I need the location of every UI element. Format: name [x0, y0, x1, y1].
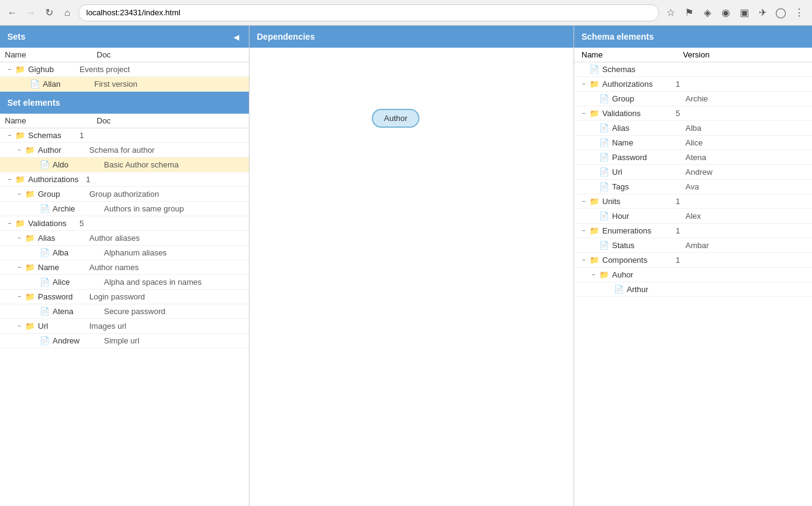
list-item[interactable]: − 📁 Validations 5: [0, 216, 249, 231]
forward-button[interactable]: →: [23, 6, 38, 20]
toggle-icon[interactable]: −: [579, 79, 589, 89]
item-version: Alba: [683, 123, 810, 133]
item-version: 1: [673, 226, 810, 235]
list-item[interactable]: − 📁 Components 1: [574, 253, 812, 268]
toggle-icon[interactable]: −: [15, 321, 24, 331]
list-item[interactable]: − 📁 Group Group authorization: [0, 187, 249, 202]
item-doc: Group authorization: [84, 189, 246, 199]
list-item[interactable]: − 📁 Authorizations 1: [0, 172, 249, 187]
dependencies-title: Dependencies: [257, 32, 315, 42]
list-item[interactable]: 📄 Arthur: [574, 282, 812, 297]
toggle-icon[interactable]: −: [15, 292, 24, 302]
list-item[interactable]: 📄 Status Ambar: [574, 238, 812, 253]
toggle-icon[interactable]: −: [5, 65, 15, 75]
item-version: Alex: [683, 211, 810, 221]
list-item[interactable]: 📄 Archie Authors in same group: [0, 202, 249, 216]
schema-elements-col-header: Name Version: [574, 48, 812, 62]
set-elements-title: Set elements: [7, 98, 60, 108]
set-elements-header: Set elements: [0, 92, 249, 114]
toggle-icon[interactable]: −: [5, 131, 15, 141]
list-item[interactable]: − 📁 Enumerations 1: [574, 224, 812, 238]
toggle-icon[interactable]: −: [579, 226, 589, 236]
toggle-icon: [20, 79, 29, 89]
toolbar-btn-2[interactable]: ◈: [699, 5, 715, 21]
toggle-icon[interactable]: −: [15, 233, 24, 243]
author-node[interactable]: Author: [372, 109, 419, 128]
list-item[interactable]: − 📁 Password Login password: [0, 290, 249, 304]
list-item[interactable]: 📄 Alice Alpha and spaces in names: [0, 275, 249, 290]
toggle-icon[interactable]: −: [579, 255, 589, 265]
list-item[interactable]: 📄 Group Archie: [574, 92, 812, 106]
list-item[interactable]: − 📁 Name Author names: [0, 260, 249, 275]
item-doc: Schema for author: [84, 145, 246, 155]
folder-icon: 📁: [24, 321, 35, 331]
sets-collapse-button[interactable]: ◀: [231, 31, 242, 43]
toggle-icon[interactable]: −: [15, 189, 24, 199]
item-doc: Alpha and spaces in names: [99, 277, 246, 287]
list-item[interactable]: − 📁 Authorizations 1: [574, 77, 812, 92]
list-item[interactable]: 📄 Allan First version: [0, 77, 249, 92]
item-doc: Alphanum aliases: [99, 248, 246, 257]
item-label: Validations: [26, 219, 75, 228]
list-item[interactable]: − 📁 Auhor: [574, 268, 812, 282]
toggle-icon[interactable]: −: [5, 219, 15, 229]
toggle-icon[interactable]: −: [589, 270, 599, 280]
item-label: Units: [600, 197, 673, 206]
item-label: Name: [610, 138, 683, 147]
profile-button[interactable]: ◯: [773, 5, 789, 21]
list-item[interactable]: − 📁 Gighub Events project: [0, 62, 249, 77]
item-doc: 5: [75, 219, 246, 228]
list-item[interactable]: 📄 Password Atena: [574, 150, 812, 165]
toggle-icon[interactable]: −: [5, 175, 15, 185]
list-item[interactable]: − 📁 Units 1: [574, 194, 812, 209]
toggle-icon: [29, 336, 39, 346]
list-item[interactable]: 📄 Alias Alba: [574, 121, 812, 136]
list-item[interactable]: − 📁 Schemas 1: [0, 128, 249, 143]
toggle-icon[interactable]: −: [579, 197, 589, 207]
home-button[interactable]: ⌂: [60, 6, 75, 20]
address-bar[interactable]: [78, 4, 659, 21]
back-button[interactable]: ←: [5, 6, 20, 20]
bookmark-button[interactable]: ☆: [663, 5, 679, 21]
list-item[interactable]: − 📁 Author Schema for author: [0, 143, 249, 158]
list-item[interactable]: 📄 Aldo Basic Author schema: [0, 158, 249, 172]
toolbar-btn-4[interactable]: ▣: [736, 5, 752, 21]
list-item[interactable]: 📄 Atena Secure password: [0, 304, 249, 319]
toolbar-btn-1[interactable]: ⚑: [681, 5, 697, 21]
toolbar-btn-3[interactable]: ◉: [718, 5, 734, 21]
right-panel: Schema elements Name Version 📄 Schemas −…: [574, 26, 812, 506]
list-item[interactable]: 📄 Name Alice: [574, 136, 812, 150]
list-item[interactable]: 📄 Andrew Simple url: [0, 334, 249, 348]
toggle-icon[interactable]: −: [15, 145, 24, 155]
file-icon: 📄: [589, 65, 600, 75]
list-item[interactable]: 📄 Alba Alphanum aliases: [0, 246, 249, 260]
app-container: Sets ◀ Name Doc − 📁 Gighub Events projec…: [0, 26, 812, 506]
schema-col-version: Version: [683, 50, 807, 59]
menu-button[interactable]: ⋮: [791, 5, 807, 21]
schema-elements-content[interactable]: 📄 Schemas − 📁 Authorizations 1 📄 Group A…: [574, 62, 812, 506]
toggle-icon[interactable]: −: [579, 109, 589, 119]
folder-icon: 📁: [24, 263, 35, 273]
item-label: Url: [610, 167, 683, 177]
item-label: Group: [610, 94, 683, 103]
item-label: Aldo: [50, 160, 99, 169]
dependencies-content: Author: [249, 48, 574, 506]
item-version: Ambar: [683, 241, 810, 250]
set-elements-content[interactable]: − 📁 Schemas 1 − 📁 Author Schema for auth…: [0, 128, 249, 506]
toggle-icon[interactable]: −: [15, 263, 24, 273]
item-version: 1: [673, 79, 810, 89]
list-item[interactable]: 📄 Schemas: [574, 62, 812, 77]
file-icon: 📄: [599, 167, 610, 177]
list-item[interactable]: − 📁 Url Images url: [0, 319, 249, 334]
toolbar-btn-5[interactable]: ✈: [755, 5, 770, 21]
item-label: Arthur: [624, 285, 698, 294]
list-item[interactable]: − 📁 Alias Author aliases: [0, 231, 249, 246]
item-label: Schemas: [600, 65, 673, 74]
list-item[interactable]: 📄 Hour Alex: [574, 209, 812, 224]
sets-col-header: Name Doc: [0, 48, 249, 62]
reload-button[interactable]: ↻: [42, 6, 56, 20]
list-item[interactable]: − 📁 Validations 5: [574, 106, 812, 121]
list-item[interactable]: 📄 Tags Ava: [574, 180, 812, 194]
list-item[interactable]: 📄 Url Andrew: [574, 165, 812, 180]
toggle-icon: [589, 167, 599, 177]
